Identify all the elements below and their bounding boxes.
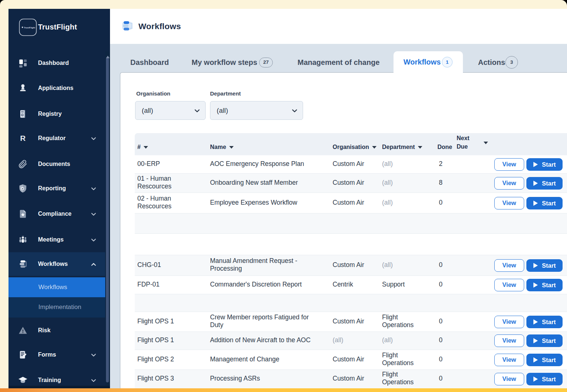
svg-text:TrustFlight: TrustFlight <box>24 27 35 29</box>
svg-text:R: R <box>20 134 26 142</box>
